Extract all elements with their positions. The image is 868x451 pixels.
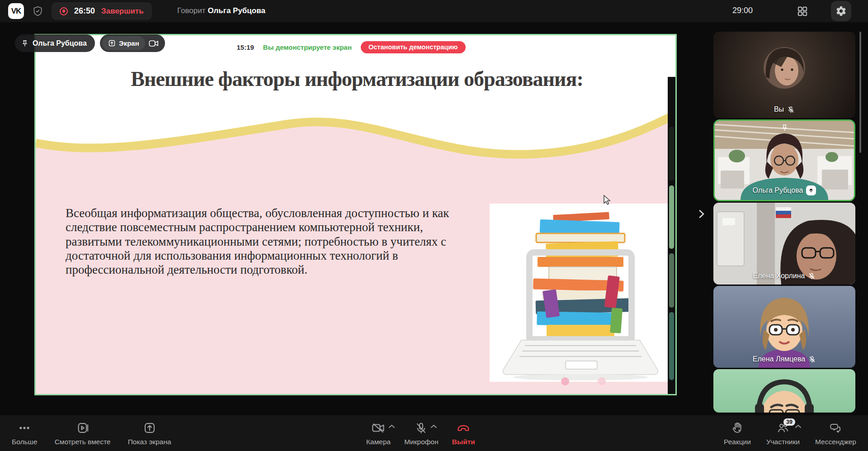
laptop-books-illustration: [490, 204, 671, 382]
participant-avatar-cartoon: [713, 369, 855, 413]
microphone-button[interactable]: Микрофон: [399, 415, 444, 446]
participant-name: Елена Лямцева: [753, 355, 805, 363]
video-camera-icon[interactable]: [149, 39, 159, 47]
chevron-up-icon[interactable]: [430, 424, 437, 428]
participant-tile-elena-lyamtseva[interactable]: Елена Лямцева: [713, 286, 855, 368]
mic-muted-icon: [808, 356, 816, 363]
participant-tile-olga-rubtsova[interactable]: Ольга Рубцова: [713, 119, 855, 201]
sidebar-scrollbar[interactable]: [859, 32, 861, 153]
screen-share-icon: [108, 39, 116, 47]
shield-check-icon[interactable]: [33, 5, 43, 19]
slide-image-laptop-books: [490, 204, 671, 382]
watch-together-label: Смотреть вместе: [55, 438, 111, 446]
mic-muted-icon: [808, 272, 816, 280]
watch-together-button[interactable]: Смотреть вместе: [49, 415, 116, 446]
slide-paragraph: Всеобщая информатизация общества, обусло…: [66, 206, 455, 277]
reactions-button[interactable]: Реакции: [718, 415, 756, 446]
hangup-phone-icon: [457, 422, 470, 434]
camera-off-icon: [372, 422, 385, 434]
speaking-indicator: ГоворитОльга Рубцова: [177, 6, 265, 15]
screen-share-button[interactable]: Показ экрана: [123, 415, 177, 446]
leave-call-label: Выйти: [452, 438, 475, 446]
screen-source-pill: Экран: [100, 34, 165, 52]
call-timer: 29:00: [732, 6, 753, 15]
collapse-sidebar-button[interactable]: [695, 207, 708, 221]
presenter-pill-label: Ольга Рубцова: [33, 39, 87, 47]
screen-tab-button[interactable]: Экран: [102, 36, 145, 50]
recording-time: 26:50: [74, 6, 95, 16]
settings-button[interactable]: [831, 1, 851, 21]
demo-timer: 15:19: [236, 43, 254, 51]
participant-tile-partial[interactable]: [713, 369, 855, 413]
messenger-icon: [829, 422, 842, 434]
demo-status-text: Вы демонстрируете экран: [263, 43, 352, 51]
participants-button[interactable]: 39 Участники: [761, 415, 805, 446]
participant-tile-you[interactable]: Вы: [713, 32, 855, 118]
pinned-indicator: [715, 124, 854, 132]
camera-button[interactable]: Камера: [361, 415, 396, 446]
stop-recording-button[interactable]: Завершить: [101, 7, 144, 16]
grid-icon: [797, 5, 808, 17]
chevron-up-icon[interactable]: [795, 424, 802, 428]
more-button[interactable]: Больше: [6, 415, 43, 446]
slide-title: Внешние факторы информатизации образован…: [36, 67, 677, 91]
is-sharing-badge: [806, 185, 816, 195]
screen-share-icon: [143, 422, 156, 434]
chevron-up-icon[interactable]: [388, 424, 395, 428]
reactions-label: Реакции: [724, 438, 751, 446]
leave-call-button[interactable]: Выйти: [447, 415, 481, 446]
mic-muted-icon: [415, 422, 427, 434]
camera-label: Камера: [366, 438, 391, 446]
reactions-hand-icon: [731, 422, 744, 434]
microphone-label: Микрофон: [404, 438, 439, 446]
vk-logo: VK: [8, 3, 24, 19]
stop-demo-button[interactable]: Остановить демонстрацию: [361, 41, 466, 53]
record-icon: [60, 7, 68, 15]
watch-together-icon: [76, 422, 89, 434]
participants-label: Участники: [766, 438, 800, 446]
chevron-right-icon: [698, 209, 705, 218]
presenter-pill[interactable]: Ольга Рубцова: [15, 34, 95, 52]
messenger-button[interactable]: Мессенджер: [810, 415, 862, 446]
participant-name: Вы: [774, 105, 784, 114]
participants-count-badge: 39: [783, 418, 795, 426]
grid-view-button[interactable]: [795, 4, 810, 19]
mic-muted-icon: [787, 106, 795, 114]
more-dots-icon: [18, 422, 31, 434]
participant-tile-elena-horlina[interactable]: Елена Хорлина: [713, 203, 855, 285]
screen-share-label: Показ экрана: [128, 438, 171, 446]
recording-pill: 26:50 Завершить: [52, 2, 152, 20]
speaking-prefix: Говорит: [177, 6, 206, 15]
gear-icon: [835, 5, 847, 17]
call-toolbar: Больше Смотреть вместе Показ экрана Каме…: [0, 415, 868, 451]
slide-dot-decoration: [598, 377, 606, 385]
mouse-cursor: [602, 195, 612, 205]
slide-dot-decoration: [561, 377, 569, 385]
pin-icon: [21, 40, 28, 47]
screen-share-stage: 15:19 Вы демонстрируете экран Остановить…: [34, 34, 677, 395]
shared-window-edge: [668, 77, 675, 394]
top-bar: VK 26:50 Завершить ГоворитОльга Рубцова …: [0, 0, 868, 22]
speaking-name: Ольга Рубцова: [208, 6, 265, 15]
pin-icon: [781, 124, 788, 132]
screen-tab-label: Экран: [119, 39, 139, 47]
participant-name: Ольга Рубцова: [753, 186, 803, 195]
screen-share-icon: [808, 187, 814, 194]
messenger-label: Мессенджер: [815, 438, 856, 446]
more-label: Больше: [12, 438, 38, 446]
participant-name: Елена Хорлина: [753, 272, 805, 280]
